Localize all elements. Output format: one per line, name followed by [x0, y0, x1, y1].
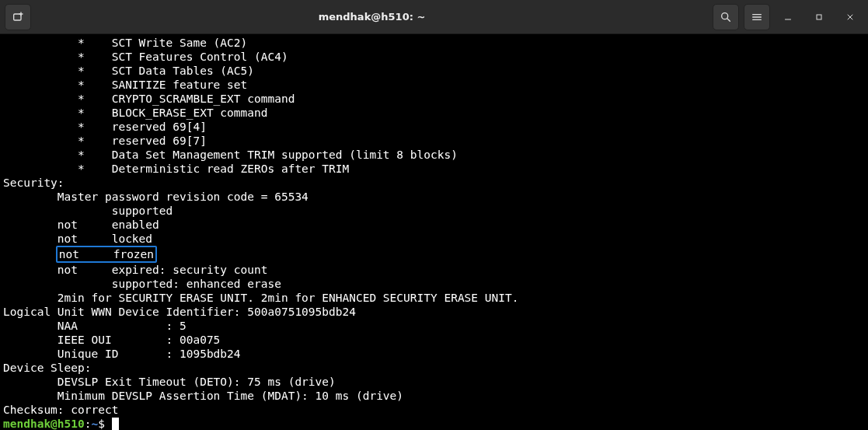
- prompt-symbol: $: [98, 418, 111, 430]
- maximize-button[interactable]: [806, 4, 832, 30]
- terminal-line: not enabled: [3, 218, 865, 232]
- terminal-line: * CRYPTO_SCRAMBLE_EXT command: [3, 92, 865, 106]
- titlebar-right: [713, 4, 863, 30]
- minimize-button[interactable]: [775, 4, 801, 30]
- terminal-line: DEVSLP Exit Timeout (DETO): 75 ms (drive…: [3, 375, 865, 389]
- maximize-icon: [814, 12, 824, 22]
- search-button[interactable]: [713, 4, 739, 30]
- terminal-line: Device Sleep:: [3, 361, 865, 375]
- svg-rect-0: [14, 14, 21, 20]
- terminal-line: * reserved 69[4]: [3, 120, 865, 134]
- terminal-line: supported: enhanced erase: [3, 277, 865, 291]
- terminal-line: * BLOCK_ERASE_EXT command: [3, 106, 865, 120]
- terminal-line: * Deterministic read ZEROs after TRIM: [3, 162, 865, 176]
- terminal-line: Security:: [3, 176, 865, 190]
- terminal-line: * SCT Data Tables (AC5): [3, 64, 865, 78]
- terminal-line: * reserved 69[7]: [3, 134, 865, 148]
- menu-button[interactable]: [744, 4, 770, 30]
- terminal-line: Unique ID : 1095bdb24: [3, 347, 865, 361]
- terminal-line: NAA : 5: [3, 319, 865, 333]
- terminal-output: * SCT Write Same (AC2) * SCT Features Co…: [3, 36, 865, 430]
- terminal-line: 2min for SECURITY ERASE UNIT. 2min for E…: [3, 291, 865, 305]
- terminal-line-highlighted: not frozen: [3, 246, 865, 263]
- terminal-line: supported: [3, 204, 865, 218]
- terminal-line: not expired: security count: [3, 263, 865, 277]
- window-title: mendhak@h510: ~: [36, 11, 708, 23]
- search-icon: [720, 11, 732, 23]
- prompt-path: ~: [92, 418, 99, 430]
- new-tab-icon: [12, 11, 24, 23]
- terminal-line: Checksum: correct: [3, 403, 865, 417]
- prompt-user-host: mendhak@h510: [3, 418, 85, 430]
- terminal-area[interactable]: * SCT Write Same (AC2) * SCT Features Co…: [0, 34, 868, 430]
- terminal-line: IEEE OUI : 00a075: [3, 333, 865, 347]
- titlebar: mendhak@h510: ~: [0, 0, 868, 34]
- minimize-icon: [783, 12, 793, 22]
- close-icon: [845, 12, 855, 22]
- terminal-line: Logical Unit WWN Device Identifier: 500a…: [3, 305, 865, 319]
- terminal-line: Master password revision code = 65534: [3, 190, 865, 204]
- hamburger-icon: [751, 11, 763, 23]
- close-button[interactable]: [837, 4, 863, 30]
- terminal-line: * SANITIZE feature set: [3, 78, 865, 92]
- terminal-content: * SCT Write Same (AC2) * SCT Features Co…: [3, 34, 865, 430]
- terminal-cursor: [112, 418, 119, 430]
- terminal-line: not locked: [3, 232, 865, 246]
- terminal-line: * Data Set Management TRIM supported (li…: [3, 148, 865, 162]
- new-tab-button[interactable]: [5, 4, 31, 30]
- terminal-line: Minimum DEVSLP Assertion Time (MDAT): 10…: [3, 389, 865, 403]
- terminal-line: * SCT Features Control (AC4): [3, 50, 865, 64]
- terminal-line: * SCT Write Same (AC2): [3, 36, 865, 50]
- prompt-separator: :: [85, 418, 92, 430]
- svg-point-1: [722, 12, 728, 19]
- terminal-prompt[interactable]: mendhak@h510:~$: [3, 417, 865, 430]
- highlight-not-frozen: not frozen: [56, 246, 157, 263]
- svg-rect-2: [817, 15, 821, 19]
